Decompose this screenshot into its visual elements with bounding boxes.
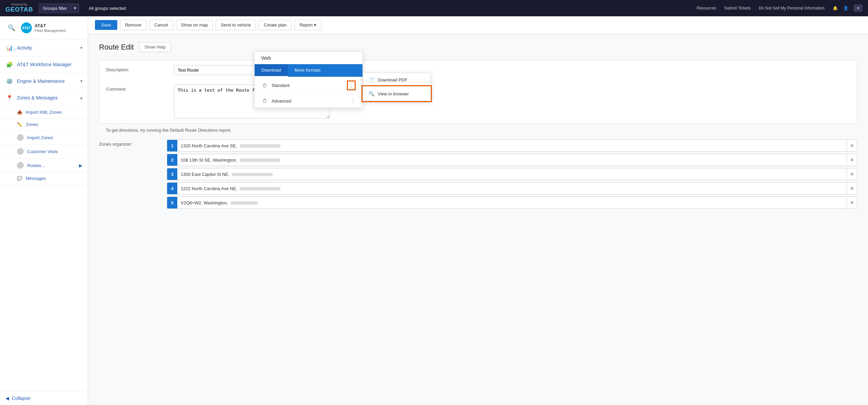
sidebar-sub-item-customer-visits[interactable]: Customer Visits <box>0 145 88 159</box>
main-content: Route Edit Show Help Description: Commen… <box>88 34 868 405</box>
sidebar-label-att-workforce: AT&T Workforce Manager <box>17 62 72 67</box>
form-section: Description: Comment: This is a test of … <box>99 60 857 211</box>
send-to-vehicle-button[interactable]: Send to vehicle <box>216 20 256 30</box>
zone-number-4: 4 <box>167 183 177 194</box>
do-not-sell-link[interactable]: Do Not Sell My Personal Information <box>759 6 825 11</box>
report-dropdown-tab-bar: Download More formats <box>255 64 362 77</box>
resources-link[interactable]: Resources <box>697 6 716 11</box>
customer-visits-label: Customer Visits <box>27 149 58 154</box>
sidebar-item-att-workforce[interactable]: 🧩 AT&T Workforce Manager <box>0 56 88 73</box>
report-more-formats-tab[interactable]: More formats <box>288 64 328 77</box>
collapse-label: Collapse <box>12 395 30 401</box>
report-dropdown-panel: Web Download More formats 🗒 Standard ⋮ <box>254 52 363 108</box>
report-dropdown-arrow-icon: ▾ <box>314 22 316 27</box>
page-title: Route Edit <box>99 43 134 52</box>
standard-more-icon[interactable]: ⋮ <box>347 80 356 90</box>
zones-sub-label: Zones <box>26 122 38 127</box>
zones-icon: 📍 <box>5 94 14 102</box>
sidebar-sub-item-zones[interactable]: ✏️ Zones <box>0 118 88 131</box>
engine-chevron-icon: ▾ <box>80 79 82 84</box>
save-button[interactable]: Save <box>95 20 117 30</box>
routes-arrow-icon: ▶ <box>79 163 82 168</box>
groups-filter-arrow-button[interactable]: ▾ <box>71 3 79 13</box>
messages-icon: 💬 <box>17 176 22 181</box>
advanced-report-label: Advanced <box>272 98 291 104</box>
sidebar-sub-item-routes[interactable]: Routes... ▶ <box>0 159 88 172</box>
report-advanced-item[interactable]: 🗒 Advanced ⋮ <box>255 94 362 108</box>
collapse-chevron-icon: ◀ <box>5 395 9 401</box>
sidebar-sub-item-import-zones[interactable]: Import Zones <box>0 131 88 145</box>
sidebar-sub-item-messages[interactable]: 💬 Messages <box>0 172 88 185</box>
zones-chevron-icon: ▴ <box>80 95 82 100</box>
show-help-button[interactable]: Show Help <box>139 42 171 52</box>
import-kml-label: Import KML Zones <box>26 110 62 115</box>
sidebar-label-engine: Engine & Maintenance <box>17 78 65 84</box>
sidebar-item-activity[interactable]: 📊 Activity ▾ <box>0 40 88 56</box>
show-on-map-button[interactable]: Show on map <box>176 20 213 30</box>
messages-label: Messages <box>26 176 46 181</box>
sidebar-label-zones: Zones & Messages <box>17 95 58 100</box>
sidebar-item-zones-messages[interactable]: 📍 Zones & Messages ▴ <box>0 90 88 106</box>
sidebar-header: 🔍 AT&T AT&T Fleet Management <box>0 16 88 40</box>
comment-label: Comment: <box>106 85 167 92</box>
top-nav: Powered by GEOTAB Groups filter ▾ All gr… <box>0 0 868 16</box>
page-header: Route Edit Show Help <box>99 42 857 52</box>
sidebar-collapse[interactable]: ◀ Collapse <box>0 391 88 405</box>
zone-blur-4 <box>240 187 280 190</box>
zones-organizer-label: Zones organizer: <box>99 140 160 147</box>
att-workforce-icon: 🧩 <box>5 60 14 69</box>
all-groups-selected-text: All groups selected <box>88 6 126 11</box>
zone-remove-4[interactable]: ✕ <box>847 183 857 194</box>
groups-filter-section: Groups filter ▾ <box>39 3 79 13</box>
report-button-label: Report <box>299 22 313 27</box>
engine-icon: ⚙️ <box>5 77 14 85</box>
report-button[interactable]: Report ▾ <box>294 20 321 30</box>
search-button[interactable]: 🔍 <box>5 22 18 34</box>
sidebar-sub-item-import-kml[interactable]: 📥 Import KML Zones <box>0 106 88 118</box>
view-in-browser-item[interactable]: 🔍 View in browser <box>363 87 430 100</box>
notification-icon[interactable]: 🔔 <box>833 6 838 11</box>
top-nav-icons: 🔔 👤 ▾ <box>833 4 863 12</box>
download-pdf-icon: 📄 <box>369 77 374 82</box>
activity-icon: 📊 <box>5 44 14 52</box>
groups-filter-button[interactable]: Groups filter <box>39 3 71 13</box>
att-brand-name: AT&T <box>35 23 66 29</box>
zone-blur-5 <box>231 201 258 205</box>
description-label: Description: <box>106 65 167 72</box>
sidebar: 🔍 AT&T AT&T Fleet Management 📊 Activity … <box>0 16 88 405</box>
zones-sub-icon: ✏️ <box>17 122 22 127</box>
view-in-browser-label: View in browser <box>378 91 409 96</box>
zone-number-5: 5 <box>167 197 177 208</box>
download-pdf-item[interactable]: 📄 Download PDF <box>363 73 430 87</box>
sidebar-item-engine-maintenance[interactable]: ⚙️ Engine & Maintenance ▾ <box>0 73 88 90</box>
import-zones-label: Import Zones <box>27 135 53 140</box>
side-popup-panel: 📄 Download PDF 🔍 View in browser <box>363 73 431 101</box>
description-row: Description: <box>99 60 857 80</box>
report-download-tab[interactable]: Download <box>255 64 288 77</box>
zone-blur-2 <box>240 159 280 162</box>
user-dropdown[interactable]: ▾ <box>854 4 863 12</box>
submit-tickets-link[interactable]: Submit Tickets <box>724 6 751 11</box>
zone-remove-3[interactable]: ✕ <box>847 168 857 180</box>
directions-info-text: To get directions, try running the Defau… <box>99 124 857 137</box>
toolbar-wrapper: Save Remove Cancel Show on map Send to v… <box>88 16 868 34</box>
main-layout: 🔍 AT&T AT&T Fleet Management 📊 Activity … <box>0 16 868 405</box>
user-icon[interactable]: 👤 <box>843 6 848 11</box>
zones-list: 1 1320 North Carolina Ave SE, ✕ 2 108 <box>167 140 857 209</box>
download-pdf-label: Download PDF <box>378 77 407 82</box>
top-nav-left: Powered by GEOTAB Groups filter ▾ All gr… <box>5 3 126 13</box>
sidebar-label-activity: Activity <box>17 45 32 51</box>
cancel-button[interactable]: Cancel <box>149 20 173 30</box>
advanced-report-icon: 🗒 <box>261 97 268 104</box>
att-logo: AT&T AT&T Fleet Management <box>21 22 66 33</box>
zone-remove-2[interactable]: ✕ <box>847 154 857 166</box>
report-standard-item[interactable]: 🗒 Standard ⋮ <box>255 77 362 94</box>
report-web-label: Web <box>255 52 362 64</box>
remove-button[interactable]: Remove <box>120 20 146 30</box>
create-plan-button[interactable]: Create plan <box>259 20 292 30</box>
routes-label: Routes... <box>27 163 45 168</box>
zone-remove-1[interactable]: ✕ <box>847 140 857 151</box>
zone-remove-5[interactable]: ✕ <box>847 197 857 208</box>
advanced-more-icon[interactable]: ⋮ <box>350 98 356 104</box>
zone-number-1: 1 <box>167 140 177 151</box>
